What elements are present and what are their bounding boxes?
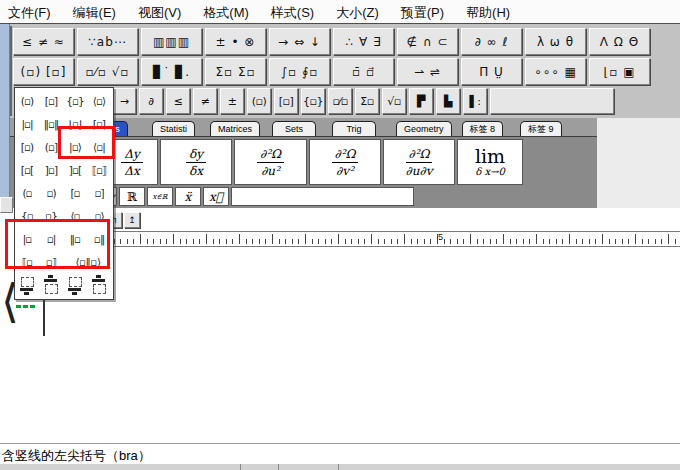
- menu-item[interactable]: 格式(M): [203, 4, 249, 23]
- symbol-palette-button[interactable]: ▥▥▥: [141, 28, 202, 55]
- fence-option[interactable]: ⟦▫⟧: [87, 159, 111, 182]
- menu-item[interactable]: 样式(S): [271, 4, 314, 23]
- small-bar-button[interactable]: {▫}: [301, 88, 325, 114]
- template-cell[interactable]: x⃛: [203, 187, 229, 206]
- symbol-palette-button[interactable]: ∵ab⋯: [77, 28, 138, 55]
- fence-option[interactable]: ▫}: [39, 205, 63, 228]
- template-palette-button[interactable]: Σ▫ Σ▫: [205, 58, 266, 85]
- fence-option[interactable]: ⟨▫|: [87, 136, 111, 159]
- fence-option[interactable]: ⟨▫⟩: [87, 90, 111, 113]
- small-bar-button[interactable]: Σ̇▫: [355, 88, 379, 114]
- template-limit[interactable]: lim δ x→0: [457, 139, 523, 185]
- template-small-delta-y-dx[interactable]: δy δx: [160, 139, 232, 185]
- small-bar-button[interactable]: [▫]: [274, 88, 298, 114]
- fence-option[interactable]: [▫[: [15, 159, 39, 182]
- template-partial-v2[interactable]: ∂²Ω ∂v²: [309, 139, 381, 185]
- fence-option[interactable]: (▫): [15, 90, 39, 113]
- tab-statistics[interactable]: Statisti: [152, 121, 195, 136]
- fence-option[interactable]: [▫): [15, 136, 39, 159]
- menu-item[interactable]: 预置(P): [401, 4, 444, 23]
- tab-trig[interactable]: Trig: [332, 121, 376, 136]
- fence-option[interactable]: ▫): [39, 182, 63, 205]
- small-bar-button[interactable]: ≠: [193, 88, 217, 114]
- small-bar-button[interactable]: (▫): [247, 88, 271, 114]
- small-bar-button[interactable]: ≤: [166, 88, 190, 114]
- tab-label-9[interactable]: 标签 9: [520, 121, 562, 136]
- fence-option[interactable]: ‖▫: [63, 228, 87, 251]
- template-cell[interactable]: x∈ℝ: [147, 187, 173, 206]
- fence-option[interactable]: [▫]: [39, 90, 63, 113]
- fence-option[interactable]: {▫: [15, 205, 39, 228]
- symbol-palette-button[interactable]: ± • ⊗: [205, 28, 266, 55]
- small-bar-button[interactable]: ∂: [139, 88, 163, 114]
- template-cell[interactable]: ẍ: [175, 187, 201, 206]
- fence-option[interactable]: |▫: [15, 228, 39, 251]
- symbol-palette-button[interactable]: ∴ ∀ ∃: [333, 28, 394, 55]
- menu-item[interactable]: 帮助(H): [466, 4, 510, 23]
- ruler[interactable]: 5: [104, 231, 680, 247]
- small-bar-button[interactable]: ±: [220, 88, 244, 114]
- fence-option[interactable]: ‖▫‖: [39, 113, 63, 136]
- fence-option[interactable]: ⌈▫⌉: [87, 113, 111, 136]
- symbol-palette-button[interactable]: ∉ ∩ ⊂: [397, 28, 458, 55]
- tab-geometry[interactable]: Geometry: [396, 121, 452, 136]
- template-partial-uv[interactable]: ∂²Ω ∂u∂v: [383, 139, 455, 185]
- symbol-palette-button[interactable]: ≤ ≠ ≈: [13, 28, 74, 55]
- template-cell[interactable]: [231, 187, 414, 206]
- fence-option[interactable]: ▫]: [87, 182, 111, 205]
- tab-sets[interactable]: Sets: [272, 121, 316, 136]
- template-palette-button[interactable]: ⌊▫ ▣: [589, 58, 650, 85]
- menu-item[interactable]: 视图(V): [138, 4, 181, 23]
- fence-option[interactable]: ⟨▫‖▫⟩: [63, 251, 113, 274]
- template-partial-u2[interactable]: ∂²Ω ∂u²: [234, 139, 307, 185]
- menu-item[interactable]: 编辑(E): [73, 4, 116, 23]
- small-bar-button[interactable]: ▌:: [463, 88, 487, 114]
- fence-option[interactable]: [▫: [63, 182, 87, 205]
- template-cell[interactable]: ℝ: [119, 187, 145, 206]
- small-bar-button[interactable]: √▫: [382, 88, 406, 114]
- fence-option[interactable]: ]▫]: [39, 159, 63, 182]
- small-bar-button[interactable]: ▙: [436, 88, 460, 114]
- fence-option[interactable]: ⟦▫: [15, 251, 39, 274]
- overbrace-template-icon[interactable]: [39, 274, 63, 297]
- template-palette-button[interactable]: ∘∘∘ ▦: [525, 58, 586, 85]
- template-palette-button[interactable]: Π̄ Ṳ: [461, 58, 522, 85]
- tab-stop-center-button[interactable]: ↥: [124, 212, 140, 228]
- symbol-palette-button[interactable]: λ ω θ: [525, 28, 586, 55]
- template-palette-button[interactable]: ⇀ ⇌: [397, 58, 458, 85]
- template-palette-button[interactable]: ∫▫ ∮▫: [269, 58, 330, 85]
- fence-option[interactable]: {▫}: [63, 90, 87, 113]
- fence-option[interactable]: |▫|: [15, 113, 39, 136]
- tab-label-8[interactable]: 标签 8: [462, 121, 504, 136]
- small-bar-button[interactable]: ▫⁄▫: [328, 88, 352, 114]
- underbar-template-icon[interactable]: [63, 274, 87, 297]
- fence-option[interactable]: ]▫[: [63, 159, 87, 182]
- fence-option[interactable]: ▫‖: [87, 228, 111, 251]
- fence-option[interactable]: ⟨▫: [63, 205, 87, 228]
- menu-bar: 文件(F)编辑(E)视图(V)格式(M)样式(S)大小(Z)预置(P)帮助(H): [0, 0, 680, 23]
- small-bar-button[interactable]: [490, 88, 614, 114]
- symbol-palette-button[interactable]: → ⇔ ↓: [269, 28, 330, 55]
- tab-matrices[interactable]: Matrices: [210, 121, 260, 136]
- fence-option[interactable]: |▫⟩: [63, 136, 87, 159]
- fence-option[interactable]: (▫: [15, 182, 39, 205]
- menu-item[interactable]: 文件(F): [8, 4, 51, 23]
- template-palette-button[interactable]: (▫) [▫]: [13, 58, 74, 85]
- status-text: 含竖线的左尖括号（bra）: [2, 448, 151, 463]
- overbar-template-icon[interactable]: [87, 274, 111, 297]
- palette-anchor-button[interactable]: [0, 197, 13, 213]
- underbrace-template-icon[interactable]: [15, 274, 39, 297]
- menu-item[interactable]: 大小(Z): [336, 4, 379, 23]
- fence-option[interactable]: (▫]: [39, 136, 63, 159]
- symbol-palette-button[interactable]: Λ Ω Θ: [589, 28, 650, 55]
- small-bar-button[interactable]: ▛: [409, 88, 433, 114]
- template-palette-button[interactable]: ▊˙ ▊.: [141, 58, 202, 85]
- template-palette-button[interactable]: ▫⁄▫ √▫: [77, 58, 138, 85]
- symbol-palette-button[interactable]: ∂ ∞ ℓ: [461, 28, 522, 55]
- fence-option[interactable]: ⌊▫⌋: [63, 113, 87, 136]
- small-bar-button[interactable]: →: [112, 88, 136, 114]
- template-palette-button[interactable]: ▫̄ ▫⃗: [333, 58, 394, 85]
- fence-option[interactable]: ▫⟩: [87, 205, 111, 228]
- fence-option[interactable]: ▫|: [39, 228, 63, 251]
- fence-option[interactable]: ▫⟧: [39, 251, 63, 274]
